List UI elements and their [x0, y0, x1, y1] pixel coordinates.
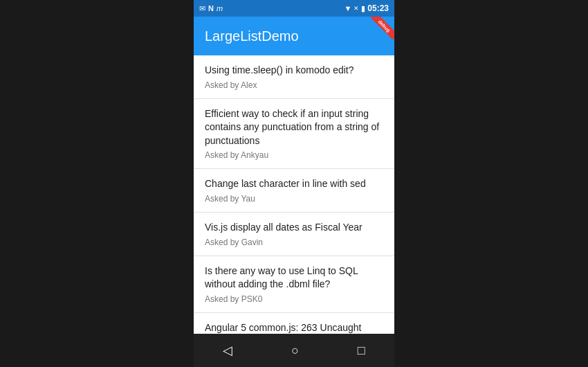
item-author: Asked by Yau — [205, 194, 383, 204]
debug-ribbon: debug — [367, 17, 394, 44]
item-title: Change last character in line with sed — [205, 177, 383, 191]
m-icon: m — [217, 4, 223, 12]
item-author: Asked by Alex — [205, 80, 383, 90]
signal-x-icon: ✕ — [353, 5, 359, 12]
item-title: Efficient way to check if an input strin… — [205, 107, 383, 148]
recents-icon: □ — [358, 343, 365, 358]
status-bar-left: ✉ N m — [199, 4, 223, 13]
status-bar-right: ▼ ✕ ▮ 05:23 — [344, 3, 389, 13]
item-author: Asked by Gavin — [205, 238, 383, 247]
status-time: 05:23 — [367, 3, 389, 13]
back-button[interactable]: ◁ — [209, 337, 246, 364]
item-title: Is there any way to use Linq to SQL with… — [205, 265, 383, 292]
nav-bar: ◁ ○ □ — [194, 334, 394, 367]
email-icon: ✉ — [199, 4, 205, 13]
item-title: Angular 5 common.js: 263 Uncaught Refere… — [205, 321, 383, 334]
home-icon: ○ — [291, 343, 299, 358]
debug-badge: debug — [371, 17, 394, 39]
home-button[interactable]: ○ — [277, 338, 313, 364]
status-bar: ✉ N m ▼ ✕ ▮ 05:23 — [194, 0, 394, 17]
list-item[interactable]: Efficient way to check if an input strin… — [194, 99, 394, 170]
item-author: Asked by PSK0 — [205, 294, 383, 304]
item-title: Vis.js display all dates as Fiscal Year — [205, 221, 383, 235]
back-icon: ◁ — [223, 343, 232, 358]
recents-button[interactable]: □ — [344, 338, 379, 364]
wifi-icon: ▼ — [344, 4, 351, 12]
list-item[interactable]: Using time.sleep() in komodo edit? Asked… — [194, 55, 394, 99]
app-bar: LargeListDemo debug — [194, 17, 394, 55]
item-title: Using time.sleep() in komodo edit? — [205, 64, 383, 78]
list-item[interactable]: Is there any way to use Linq to SQL with… — [194, 256, 394, 313]
battery-icon: ▮ — [361, 4, 365, 13]
list-item[interactable]: Angular 5 common.js: 263 Uncaught Refere… — [194, 313, 394, 334]
list-item[interactable]: Change last character in line with sed A… — [194, 169, 394, 213]
app-title: LargeListDemo — [205, 28, 299, 44]
question-list[interactable]: Using time.sleep() in komodo edit? Asked… — [194, 55, 394, 334]
n-icon: N — [208, 4, 214, 12]
list-item[interactable]: Vis.js display all dates as Fiscal Year … — [194, 213, 394, 256]
item-author: Asked by Ankyau — [205, 150, 383, 160]
phone-frame: ✉ N m ▼ ✕ ▮ 05:23 LargeListDemo debug Us… — [194, 0, 394, 367]
